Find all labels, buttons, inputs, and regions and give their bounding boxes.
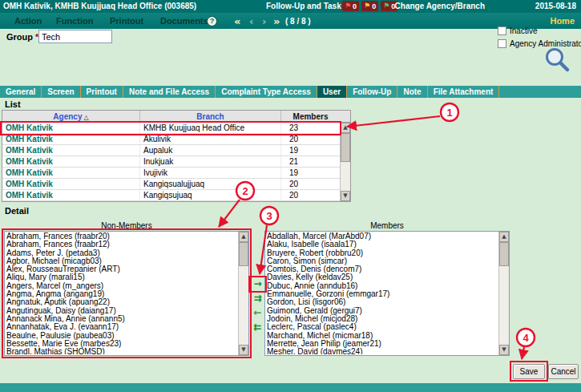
table-row[interactable]: OMH Kativik KMHB Kuujjuaq Head Office 23 <box>2 123 340 134</box>
tab-file-attachment[interactable]: File Attachment <box>428 86 500 98</box>
change-agency-branch-link[interactable]: Change Agency/Branch <box>395 2 485 10</box>
remove-selected-button[interactable]: ← <box>251 307 264 319</box>
tab-printout[interactable]: Printout <box>81 86 123 98</box>
scroll-down-icon[interactable]: ▼ <box>239 345 248 355</box>
member-list-item[interactable]: Mesher, David (davmes24) <box>267 348 497 354</box>
cancel-button[interactable]: Cancel <box>548 364 579 379</box>
cell-branch: Akulivik <box>140 134 281 144</box>
tab-bar: General Screen Printout Note and File Ac… <box>0 86 581 98</box>
home-link[interactable]: Home <box>550 16 575 26</box>
zoom-icon[interactable] <box>543 46 572 75</box>
table-row[interactable]: OMH Kativik Inukjuak 21 <box>2 156 340 168</box>
cell-members: 20 <box>281 179 340 189</box>
scroll-thumb[interactable] <box>341 133 350 162</box>
page-indicator: ( 8 / 8 ) <box>285 17 311 26</box>
red-flag-counter[interactable]: ⚑ 0 <box>342 1 359 11</box>
menu-action[interactable]: Action <box>14 16 42 26</box>
scroll-up-icon[interactable]: ▲ <box>499 232 509 242</box>
tab-follow-up[interactable]: Follow-Up <box>347 86 397 98</box>
cell-agency: OMH Kativik <box>2 123 140 133</box>
sort-asc-icon: △ <box>83 114 88 121</box>
members-listbox[interactable]: Abdallah, Marcel (MarAbd07) Alaku, Isabe… <box>264 231 510 356</box>
table-row[interactable]: OMH Kativik Kangiqsualujjuaq 20 <box>2 179 340 190</box>
scroll-up-icon[interactable]: ▲ <box>341 123 350 133</box>
cell-members: 21 <box>281 156 340 167</box>
menu-documents[interactable]: Documents <box>160 16 208 26</box>
menu-printout[interactable]: Printout <box>110 16 143 26</box>
annotation-3-number: 3 <box>266 210 272 222</box>
cell-branch: KMHB Kuujjuaq Head Office <box>140 123 281 133</box>
cell-branch: Ivujivik <box>140 168 281 178</box>
followup-task-label: Follow-Up and Task <box>266 2 341 10</box>
cell-agency: OMH Kativik <box>2 190 140 200</box>
add-selected-button[interactable]: → <box>251 278 264 290</box>
add-all-button[interactable]: ⇉ <box>251 293 264 305</box>
cell-members: 23 <box>281 123 340 133</box>
cell-members: 20 <box>281 134 340 144</box>
table-row[interactable]: OMH Kativik Ivujivik 19 <box>2 168 340 179</box>
nav-last-icon[interactable]: » <box>273 15 280 27</box>
transfer-buttons: → ⇉ ← ⇇ <box>251 278 265 336</box>
tab-note-and-file-access[interactable]: Note and File Access <box>123 86 216 98</box>
table-scrollbar[interactable]: ▲ ▼ <box>340 123 350 201</box>
menu-bar: Action Function Printout Documents ? « ‹… <box>0 13 581 29</box>
cell-agency: OMH Kativik <box>2 179 140 189</box>
table-row[interactable]: OMH Kativik Kangiqsujuaq 20 <box>2 190 340 201</box>
cell-branch: Inukjuak <box>140 156 281 167</box>
app-window: OMH Kativik, KMHB Kuujjuaq Head Office (… <box>0 0 581 392</box>
tab-screen[interactable]: Screen <box>42 86 80 98</box>
cell-agency: OMH Kativik <box>2 134 140 144</box>
non-members-label: Non-Members <box>4 221 249 230</box>
remove-all-button[interactable]: ⇇ <box>251 321 264 333</box>
annotation-1-number: 1 <box>446 107 452 119</box>
group-field-label: Group * <box>6 32 38 42</box>
cell-members: 19 <box>281 145 340 156</box>
scroll-thumb[interactable] <box>239 242 248 266</box>
column-header-branch[interactable]: Branch <box>140 111 281 122</box>
agency-admin-checkbox[interactable] <box>498 39 506 48</box>
help-icon[interactable]: ? <box>207 16 217 26</box>
column-header-agency[interactable]: Agency△ <box>2 111 140 122</box>
tab-note[interactable]: Note <box>397 86 427 98</box>
list-section-label: List <box>5 99 21 109</box>
cell-agency: OMH Kativik <box>2 156 140 167</box>
yellow-flag-counter[interactable]: ⚑ 0 <box>361 1 378 11</box>
cell-members: 20 <box>281 190 340 200</box>
group-input[interactable] <box>38 30 112 43</box>
non-members-scrollbar[interactable]: ▲ ▼ <box>238 232 248 355</box>
tab-user[interactable]: User <box>317 86 347 98</box>
table-row[interactable]: OMH Kativik Akulivik 20 <box>2 134 340 145</box>
non-members-listbox[interactable]: Abraham, Frances (fraabr20) Abraham, Fra… <box>4 231 249 356</box>
inactive-checkbox[interactable] <box>498 26 506 35</box>
tab-general[interactable]: General <box>0 86 42 98</box>
scroll-up-icon[interactable]: ▲ <box>239 232 248 242</box>
scroll-thumb[interactable] <box>499 242 509 266</box>
menu-function[interactable]: Function <box>56 16 93 26</box>
nav-next-icon[interactable]: › <box>262 15 266 27</box>
nav-first-icon[interactable]: « <box>234 15 240 27</box>
members-items: Abdallah, Marcel (MarAbd07) Alaku, Isabe… <box>267 232 497 354</box>
non-member-list-item[interactable]: Brandl, Mathias (SHQMSD) <box>6 348 236 354</box>
members-label: Members <box>264 221 510 230</box>
annotation-1-arrow <box>347 116 440 127</box>
branch-table: Agency△ Branch Members OMH Kativik KMHB … <box>2 110 351 202</box>
annotation-4-arrow <box>522 347 524 359</box>
scroll-down-icon[interactable]: ▼ <box>499 345 509 355</box>
cell-members: 19 <box>281 168 340 178</box>
column-header-members: Members <box>281 111 340 122</box>
red-flag-count: 0 <box>353 2 357 10</box>
cell-agency: OMH Kativik <box>2 145 140 156</box>
annotation-4-circle <box>517 329 535 346</box>
annotation-4-number: 4 <box>522 332 529 344</box>
table-row[interactable]: OMH Kativik Aupaluk 19 <box>2 145 340 156</box>
tab-complaint-type-access[interactable]: Complaint Type Access <box>216 86 317 98</box>
inactive-label: Inactive <box>510 26 537 35</box>
annotation-1-circle <box>441 103 458 121</box>
cell-branch: Kangiqsujuaq <box>140 190 281 200</box>
scroll-down-icon[interactable]: ▼ <box>341 191 350 201</box>
members-scrollbar[interactable]: ▲ ▼ <box>498 232 509 355</box>
nav-prev-icon[interactable]: ‹ <box>249 15 253 27</box>
cell-agency: OMH Kativik <box>2 168 140 178</box>
save-button[interactable]: Save <box>513 364 545 379</box>
inactive-checkbox-row: Inactive <box>498 26 537 35</box>
